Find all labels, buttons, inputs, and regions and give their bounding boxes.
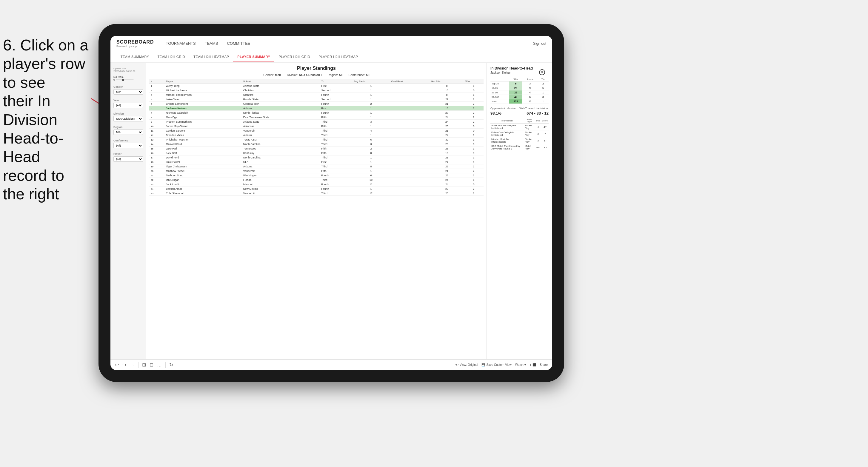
tournament-row: Amer Ari Intercollegiate Invitational St… [490,124,549,130]
nav-teams[interactable]: TEAMS [205,40,218,47]
tab-team-summary[interactable]: TEAM SUMMARY [116,53,153,61]
gender-filter: Gender Men [114,85,143,95]
table-row[interactable]: 15 Jake Hall Tennessee Fifth 2 23 1 [149,147,484,151]
table-row[interactable]: 19 Tiger Christensen Arizona Third 8 23 … [149,164,484,169]
table-row[interactable]: 21 Taehoon Song Washington Fourth 6 23 1 [149,174,484,178]
division-select[interactable]: NCAA Division I [114,116,143,121]
toolbar-right: 👁 View: Original 💾 Save Custom View Watc… [456,363,548,367]
table-header-row: # Player School Yr Reg Rank Conf Rank No… [149,79,484,84]
refresh-button[interactable]: ↻ [169,362,173,368]
nav-tournaments[interactable]: TOURNAMENTS [166,40,196,47]
table-row[interactable]: 2 Michael La Sasse Ole Miss Second 1 10 … [149,88,484,93]
col-no-rds: No. Rds. [430,79,464,84]
tablet-screen: SCOREBOARD Powered by clippi TOURNAMENTS… [111,36,552,370]
table-row[interactable]: 17 David Ford North Carolina Third 1 21 … [149,155,484,160]
standings-title: Player Standings [149,66,484,71]
table-row[interactable]: 4 Luke Claton Florida State Second 1 27 … [149,97,484,102]
table-row[interactable]: 9 Preston Summerhays Arizona State Third… [149,120,484,124]
table-row[interactable]: 13 Phichaksn Maichon Texas A&M Third 6 3… [149,137,484,142]
copy-button[interactable]: ⊞ [142,362,146,368]
h2h-stats: Opponents in division: W-L-T record in-d… [490,107,549,116]
tab-team-h2h-heatmap[interactable]: TEAM H2H HEATMAP [189,53,233,61]
h2h-close-button[interactable]: × [539,69,545,75]
sign-out-link[interactable]: Sign out [533,41,546,46]
h2h-row: 11-25 20 9 5 [490,86,549,90]
forward-button[interactable]: → [130,362,135,368]
h2h-pct: 98.1% [490,111,501,116]
bottom-toolbar: ↩ ↪ → ⊞ ⊟ … ↻ 👁 View: Original 💾 Save Cu… [111,359,552,370]
year-select[interactable]: (All) [114,103,143,108]
table-row[interactable]: 8 Mats Ege East Tennessee State Fifth 1 … [149,115,484,120]
year-filter: Year (All) [114,99,143,108]
h2h-panel: In Division Head-to-Head Jackson Koivun … [487,63,552,359]
col-reg-rank: Reg Rank [352,79,390,84]
toolbar-separator-1 [138,362,138,368]
tournament-row: Mirabel Maui Jim Intercollegiate Stroke … [490,137,549,144]
table-row[interactable]: 7 Nicholas Gabrelcik North Florida Fourt… [149,111,484,115]
logo-sub: Powered by clippi [116,45,154,48]
h2h-col-loss: Loss [522,77,537,82]
top-nav: SCOREBOARD Powered by clippi TOURNAMENTS… [111,36,552,51]
watch-button[interactable]: Watch ▾ [515,363,526,367]
tournament-header-row: Tournament Event Type Pos Score [490,118,549,124]
gender-display: Gender: Men [263,73,281,77]
table-row[interactable]: 25 Cole Sherwood Vanderbilt Third 12 23 … [149,191,484,196]
gender-select[interactable]: Men [114,89,143,95]
table-row[interactable]: 5 Christo Lamprecht Georgia Tech Fourth … [149,102,484,106]
table-row[interactable]: 16 Alex Goff Kentucky Fifth 8 19 0 [149,151,484,155]
table-row[interactable]: 12 Brendan Valles Auburn Third 1 24 1 [149,133,484,137]
save-custom-button[interactable]: 💾 Save Custom View [482,363,511,367]
h2h-record: 674 - 33 - 12 [527,111,549,116]
h2h-panel-header: In Division Head-to-Head Jackson Koivun … [490,66,549,74]
division-filter: Division NCAA Division I [114,112,143,121]
col-conf-rank: Conf Rank [390,79,430,84]
table-row[interactable]: 6 Jackson Koivun Auburn First 1 18 1 [149,106,484,111]
paste-button[interactable]: ⊟ [150,362,153,368]
table-row[interactable]: 11 Gordon Sargent Vanderbilt Third 4 21 … [149,129,484,133]
division-display: Division: NCAA Division I [287,73,321,77]
tournament-table: Tournament Event Type Pos Score Amer Ari… [490,118,549,151]
table-row[interactable]: 14 Maxwell Ford North Carolina Third 3 2… [149,142,484,147]
tourn-col-score: Score [541,118,549,124]
table-row[interactable]: 1 Wenyi Ding Arizona State First 1 8 1 [149,84,484,88]
logo-title: SCOREBOARD [116,39,154,45]
player-select[interactable]: (All) [114,156,143,162]
main-content: Update time: 27/03/2024 16:56:26 No Rds.… [111,63,552,359]
tab-player-h2h-grid[interactable]: PLAYER H2H GRID [274,53,314,61]
table-row[interactable]: 10 Jacob Moy-Olesen Arkansas Fifth 1 25 … [149,124,484,129]
col-player: Player [164,79,242,84]
region-display: Region: All [328,73,343,77]
tab-player-h2h-heatmap[interactable]: PLAYER H2H HEATMAP [314,53,362,61]
conference-filter: Conference (All) [114,139,143,148]
table-row[interactable]: 20 Matthew Riedel Vanderbilt Fifth 1 21 … [149,169,484,174]
region-select[interactable]: N/A [114,129,143,135]
h2h-row: >100 578 11 1 [490,99,549,104]
h2h-row: 26-50 22 4 1 [490,90,549,95]
tab-team-h2h-grid[interactable]: TEAM H2H GRID [153,53,190,61]
conference-select[interactable]: (All) [114,143,143,148]
table-row[interactable]: 3 Michael Thorbjornsen Stanford Fourth 1… [149,93,484,97]
share-button[interactable]: Share [540,363,548,367]
nav-right: Sign out [533,41,546,46]
tab-player-summary[interactable]: PLAYER SUMMARY [233,53,274,61]
nav-committee[interactable]: COMMITTEE [227,40,250,47]
h2h-row: Top 10 8 3 2 [490,82,549,86]
tourn-col-name: Tournament [490,118,524,124]
table-row[interactable]: 23 Jack Lundin Missouri Fourth 11 24 0 [149,182,484,187]
update-time: Update time: 27/03/2024 16:56:26 [114,67,143,72]
toolbar-separator-2 [165,362,166,368]
table-row[interactable]: 18 Luke Powell ULA First 1 24 1 [149,160,484,164]
more-button[interactable]: … [157,362,162,368]
redo-button[interactable]: ↪ [122,362,126,368]
logo-area: SCOREBOARD Powered by clippi [116,39,154,48]
tourn-col-pos: Pos [535,118,541,124]
h2h-col-tie: Tie [537,77,549,82]
view-original-button[interactable]: 👁 View: Original [456,363,478,367]
table-row[interactable]: 24 Bastien Amat New Mexico Fourth 1 27 2 [149,187,484,191]
h2h-table: Win Loss Tie Top 10 8 3 2 11-25 20 9 5 2… [490,77,549,104]
table-row[interactable]: 22 Ian Gilligan Florida Third 10 24 1 [149,178,484,182]
filter-row: Gender: Men Division: NCAA Division I Re… [149,73,484,77]
undo-button[interactable]: ↩ [115,362,119,368]
col-rank: # [149,79,164,84]
tournament-row: Fallen Oak Collegiate Invitational Strok… [490,130,549,137]
